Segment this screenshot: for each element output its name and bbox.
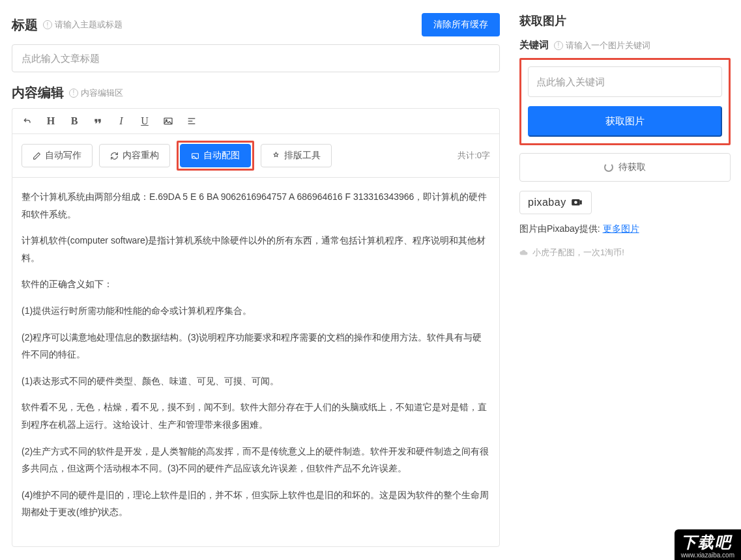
content-header: 内容编辑 ! 内容编辑区 <box>12 84 500 102</box>
title-header: 标题 ! 请输入主题或标题 清除所有缓存 <box>12 13 500 36</box>
align-left-icon[interactable] <box>186 115 197 127</box>
keyword-hint: ! 请输入一个图片关键词 <box>554 40 650 51</box>
keyword-hint-text: 请输入一个图片关键词 <box>566 40 650 51</box>
body-p8: (2)生产方式不同的软件是开发，是人类智能的高发挥，而不是传统意义上的硬件制造。… <box>22 443 490 477</box>
word-count: 共计:0字 <box>458 150 490 161</box>
italic-icon[interactable]: I <box>115 115 127 127</box>
body-p7: 软件看不见，无色，枯燥，看不见，摸不到，闻不到。软件大部分存在于人们的头脑或纸上… <box>22 399 490 433</box>
footer-note: 小虎子配图，一次1淘币! <box>519 247 731 259</box>
bold-icon[interactable]: B <box>68 115 80 127</box>
content-hint: ! 内容编辑区 <box>69 87 123 99</box>
clear-cache-button[interactable]: 清除所有缓存 <box>422 13 500 36</box>
body-p9: (4)维护不同的硬件是旧的，理论上软件是旧的，并不坏，但实际上软件也是旧的和坏的… <box>22 486 490 521</box>
body-p1: 整个计算机系统由两部分组成：E.69DA 5 E 6 BA 9062616964… <box>22 188 490 223</box>
watermark-url: www.xiazaiba.com <box>681 552 734 559</box>
keyword-input[interactable] <box>528 66 722 97</box>
keyword-label: 关键词 <box>519 39 549 51</box>
sidebar-panel: 获取图片 关键词 ! 请输入一个图片关键词 获取图片 待获取 pixabay 图… <box>512 0 741 560</box>
pixabay-badge: pixabay <box>519 191 592 214</box>
svg-point-7 <box>574 201 577 204</box>
auto-write-label: 自动写作 <box>45 150 81 161</box>
spinner-icon <box>604 163 613 172</box>
camera-icon <box>570 197 583 208</box>
footer-text: 小虎子配图，一次1淘币! <box>532 247 624 259</box>
more-images-link[interactable]: 更多图片 <box>603 223 639 234</box>
body-p3: 软件的正确含义如下： <box>22 275 490 293</box>
fetch-images-button[interactable]: 获取图片 <box>528 106 722 137</box>
fetch-status: 待获取 <box>519 153 731 182</box>
heading-icon[interactable]: H <box>45 115 57 127</box>
restructure-label: 内容重构 <box>123 150 159 161</box>
auto-write-button[interactable]: 自动写作 <box>22 144 93 167</box>
image-icon[interactable] <box>162 115 174 127</box>
keyword-highlight-box: 获取图片 <box>519 58 731 145</box>
body-p5: (2)程序可以满意地处理信息的数据结构。(3)说明程序功能要求和程序需要的文档的… <box>22 329 490 363</box>
credit-prefix: 图片由Pixabay提供: <box>519 223 600 234</box>
status-text: 待获取 <box>618 161 646 173</box>
info-icon: ! <box>69 89 78 98</box>
body-p6: (1)表达形式不同的硬件类型、颜色、味道、可见、可摸、可闻。 <box>22 372 490 390</box>
watermark: 下载吧 www.xiazaiba.com <box>675 529 741 560</box>
body-p4: (1)提供运行时所需功能和性能的命令或计算机程序集合。 <box>22 302 490 320</box>
watermark-text: 下载吧 <box>681 533 732 551</box>
content-hint-text: 内容编辑区 <box>81 87 123 99</box>
title-text: 标题 <box>12 16 38 34</box>
underline-icon[interactable]: U <box>139 115 151 127</box>
auto-image-button[interactable]: 自动配图 <box>180 144 251 167</box>
quote-icon[interactable] <box>92 115 104 127</box>
title-hint-text: 请输入主题或标题 <box>55 19 123 31</box>
auto-image-highlight: 自动配图 <box>177 141 254 171</box>
title-hint: ! 请输入主题或标题 <box>43 19 123 31</box>
undo-icon[interactable] <box>22 115 33 127</box>
editor-body[interactable]: 整个计算机系统由两部分组成：E.69DA 5 E 6 BA 9062616964… <box>12 177 500 547</box>
content-label: 内容编辑 <box>12 84 64 102</box>
svg-rect-8 <box>579 200 581 204</box>
keyword-header: 关键词 ! 请输入一个图片关键词 <box>519 39 731 51</box>
info-icon: ! <box>554 41 563 50</box>
title-label: 标题 ! 请输入主题或标题 <box>12 16 123 34</box>
auto-image-label: 自动配图 <box>203 150 240 161</box>
editor-toolbar: H B I U <box>12 108 500 133</box>
info-icon: ! <box>43 20 52 29</box>
restructure-button[interactable]: 内容重构 <box>99 144 170 167</box>
action-toolbar: 自动写作 内容重构 自动配图 排版工具 <box>12 133 500 177</box>
article-title-input[interactable] <box>12 44 500 72</box>
sidebar-title: 获取图片 <box>519 13 731 29</box>
pixabay-text: pixabay <box>528 197 566 208</box>
credit-line: 图片由Pixabay提供: 更多图片 <box>519 223 731 235</box>
body-p2: 计算机软件(computer software)是指计算机系统中除硬件以外的所有… <box>22 232 490 266</box>
layout-tool-button[interactable]: 排版工具 <box>261 144 332 167</box>
layout-tool-label: 排版工具 <box>284 150 321 161</box>
cloud-icon <box>519 249 529 256</box>
main-panel: 标题 ! 请输入主题或标题 清除所有缓存 内容编辑 ! 内容编辑区 H B <box>0 0 512 560</box>
